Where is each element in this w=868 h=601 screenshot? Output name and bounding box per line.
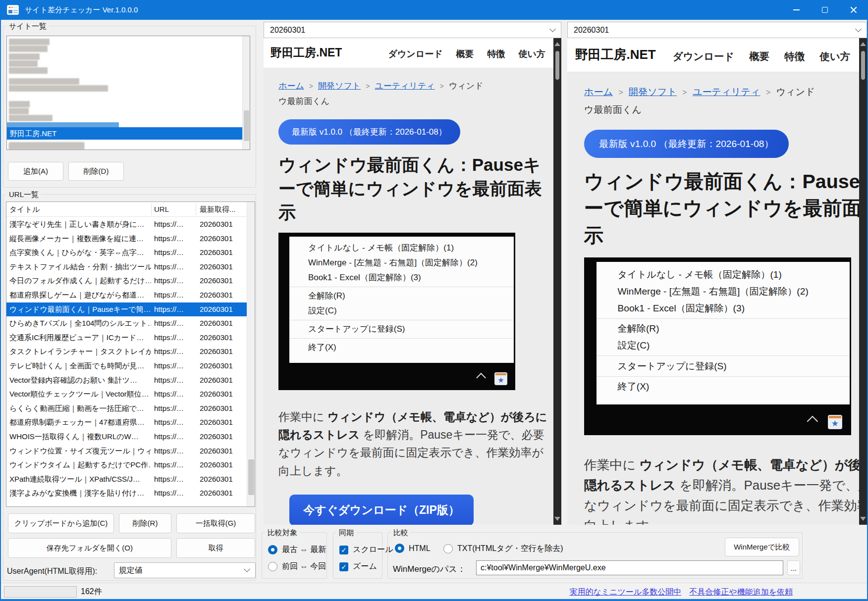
redacted-site-row[interactable] xyxy=(9,53,40,60)
site-listbox[interactable]: 野田工房.NET xyxy=(6,36,250,150)
redacted-site-row[interactable] xyxy=(9,101,30,107)
fetch-button[interactable]: 取得 xyxy=(176,538,255,558)
column-header-title[interactable]: タイトル xyxy=(9,202,148,217)
checkbox-zoom[interactable]: ✓ ズーム xyxy=(339,561,377,572)
nav-usage[interactable]: 使い方 xyxy=(820,50,850,63)
radio-unselected-icon xyxy=(443,544,453,553)
redacted-site-row[interactable] xyxy=(9,85,108,92)
link-feature-request[interactable]: 不具合修正や機能追加を依頼 xyxy=(689,587,793,598)
site-list-scrollbar[interactable] xyxy=(242,36,250,150)
table-row[interactable]: 交通系IC利用履歴ビューア｜ICカード…https://…20260301 xyxy=(6,331,247,345)
nav-download[interactable]: ダウンロード xyxy=(388,48,442,60)
scrollbar-thumb[interactable] xyxy=(248,459,254,495)
scrollbar-thumb[interactable] xyxy=(555,51,559,80)
minimize-button[interactable] xyxy=(782,0,811,20)
radio-html[interactable]: HTML xyxy=(395,544,431,553)
redacted-site-row[interactable] xyxy=(9,78,79,85)
site-brand[interactable]: 野田工房.NET xyxy=(271,45,342,60)
table-row[interactable]: 点字変換くん｜ひらがな・英字⇔点字…https://…20260301 xyxy=(6,246,247,260)
download-button[interactable]: 今すぐダウンロード（ZIP版） xyxy=(289,495,474,525)
nav-download[interactable]: ダウンロード xyxy=(673,50,734,63)
redacted-site-row[interactable] xyxy=(9,39,50,45)
table-row[interactable]: 都道府県探しゲーム｜遊びながら都道…https://…20260301 xyxy=(6,288,247,302)
open-folder-button[interactable]: 保存先フォルダを開く(O) xyxy=(8,538,171,558)
nav-features[interactable]: 特徴 xyxy=(785,50,805,63)
table-row[interactable]: 都道府県制覇チェッカー｜47都道府県…https://…20260301 xyxy=(6,415,247,430)
table-row[interactable]: WHOIS一括取得くん｜複数URLのW…https://…20260301 xyxy=(6,430,247,444)
winmerge-compare-button[interactable]: WinMergeで比較 xyxy=(725,538,799,556)
table-row[interactable]: 今日のフォルダ作成くん｜起動するだけ…https://…20260301 xyxy=(6,274,247,288)
scrollbar-thumb[interactable] xyxy=(861,51,865,80)
webview-right[interactable]: 野田工房.NET ダウンロード 概要 特徴 使い方 ホーム>開発ソフト>ユーティ… xyxy=(567,38,867,525)
redacted-site-row[interactable] xyxy=(9,67,48,74)
webview-left[interactable]: 野田工房.NET ダウンロード 概要 特徴 使い方 ホーム>開発ソフト>ユーティ… xyxy=(264,38,561,525)
add-site-button[interactable]: 追加(A) xyxy=(8,162,63,181)
useragent-select[interactable]: 規定値 xyxy=(114,562,256,578)
breadcrumb-devsoft[interactable]: 開発ソフト xyxy=(318,81,361,91)
scroll-down-icon[interactable] xyxy=(860,517,866,521)
breadcrumb-utility[interactable]: ユーティリティ xyxy=(375,81,434,91)
table-row[interactable]: テキストファイル結合・分割・抽出ツール…https://…20260301 xyxy=(6,260,247,274)
table-row[interactable]: 縦長画像メーカー｜複数画像を縦に連…https://…20260301 xyxy=(6,232,247,246)
table-row[interactable]: XPath連続取得ツール｜XPath/CSS/J…https://…202603… xyxy=(6,472,247,487)
scrollbar-thumb[interactable] xyxy=(244,110,249,141)
column-header-url[interactable]: URL xyxy=(154,202,194,217)
snapshot-select-right[interactable]: 20260301 xyxy=(567,22,867,38)
maximize-button[interactable] xyxy=(811,0,839,20)
menu-separator xyxy=(289,287,514,287)
table-row[interactable]: Vector順位チェックツール｜Vector順位…https://…202603… xyxy=(6,387,247,401)
webview-scrollbar[interactable] xyxy=(859,38,867,525)
cell-date: 20260301 xyxy=(200,331,249,345)
breadcrumb-home[interactable]: ホーム xyxy=(584,87,613,97)
breadcrumb-home[interactable]: ホーム xyxy=(278,81,304,91)
scroll-up-icon[interactable] xyxy=(554,42,560,46)
remove-url-button[interactable]: 削除(R) xyxy=(119,513,171,533)
scroll-up-icon[interactable] xyxy=(860,42,866,46)
table-row[interactable]: ひらめきTパズル｜全104問のシルエット…https://…20260301 xyxy=(6,316,247,331)
table-row[interactable]: ウィンドウ最前面くん｜Pauseキーで簡…https://…20260301 xyxy=(6,302,247,317)
delete-site-button[interactable]: 削除(D) xyxy=(68,162,124,181)
table-row[interactable]: ウィンドウ位置・サイズ復元ツール｜ウィン…https://…20260301 xyxy=(6,444,247,458)
breadcrumb-utility[interactable]: ユーティリティ xyxy=(693,87,760,97)
selected-site-row[interactable]: 野田工房.NET xyxy=(7,127,243,140)
close-button[interactable] xyxy=(839,0,868,20)
table-row[interactable]: テレビ時計くん｜全画面でも時間が見…https://…20260301 xyxy=(6,359,247,373)
table-row[interactable]: Vector登録内容確認のお願い 集計ツ…https://…20260301 xyxy=(6,373,247,388)
redacted-site-row[interactable] xyxy=(9,143,84,150)
radio-prev-current[interactable]: 前回 ⇔ 今回 xyxy=(268,561,326,572)
nav-overview[interactable]: 概要 xyxy=(456,48,474,60)
redacted-site-row[interactable] xyxy=(9,46,48,52)
redacted-site-row[interactable] xyxy=(9,60,38,67)
link-minitools[interactable]: 実用的なミニツール多数公開中 xyxy=(569,587,681,598)
url-table[interactable]: タイトル URL 最新取得... 漢字なぞり先生｜正しい書き順が身に…https… xyxy=(6,201,255,507)
site-list-label: サイト一覧 xyxy=(6,22,49,31)
scroll-down-icon[interactable] xyxy=(554,517,560,521)
url-table-scrollbar[interactable] xyxy=(247,202,255,506)
page-content: ホーム>開発ソフト>ユーティリティ>ウィンドウ最前面くん 最新版 v1.0.0 … xyxy=(264,68,553,525)
radio-txt[interactable]: TXT(HTMLタグ・空行を除去) xyxy=(443,544,563,554)
cell-url: https://… xyxy=(154,302,197,317)
table-row[interactable]: ウインドウタイム｜起動するだけでPC作…https://…20260301 xyxy=(6,458,247,472)
nav-overview[interactable]: 概要 xyxy=(749,50,769,63)
clipboard-add-button[interactable]: クリップボードから追加(C) xyxy=(8,513,114,533)
webview-scrollbar[interactable] xyxy=(553,38,561,525)
snapshot-select-left[interactable]: 20260301 xyxy=(264,22,561,38)
browse-button[interactable]: ... xyxy=(787,560,800,575)
column-header-latest[interactable]: 最新取得... xyxy=(200,202,249,217)
site-brand[interactable]: 野田工房.NET xyxy=(575,46,656,63)
radio-oldest-newest[interactable]: 最古 ⇔ 最新 xyxy=(268,545,326,555)
breadcrumb-separator: > xyxy=(440,82,444,90)
table-row[interactable]: 漢字よみがな変換機｜漢字を貼り付け…https://…20260301 xyxy=(6,486,247,501)
checkbox-scroll[interactable]: ✓ スクロール xyxy=(339,545,393,555)
nav-usage[interactable]: 使い方 xyxy=(519,48,545,60)
nav-features[interactable]: 特徴 xyxy=(488,48,505,60)
redacted-site-row[interactable] xyxy=(9,108,29,114)
table-row[interactable]: らくらく動画圧縮｜動画を一括圧縮で…https://…20260301 xyxy=(6,401,247,416)
table-row[interactable]: 漢字なぞり先生｜正しい書き順が身に…https://…20260301 xyxy=(6,217,247,232)
site-row-partial-selection[interactable] xyxy=(7,122,119,127)
table-row[interactable]: タスクトレイランチャー｜タスクトレイから…https://…20260301 xyxy=(6,345,247,359)
redacted-site-row[interactable] xyxy=(9,115,53,121)
breadcrumb-devsoft[interactable]: 開発ソフト xyxy=(629,87,677,97)
winmerge-path-input[interactable] xyxy=(476,560,783,575)
fetch-all-button[interactable]: 一括取得(G) xyxy=(176,513,255,533)
